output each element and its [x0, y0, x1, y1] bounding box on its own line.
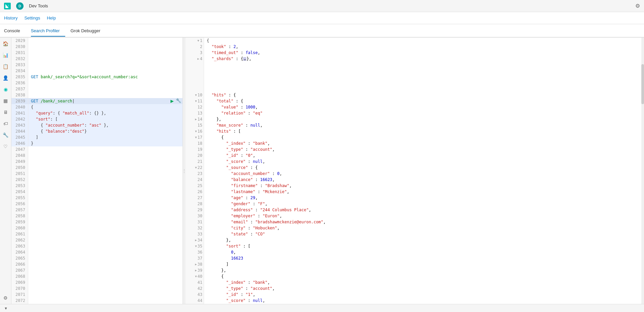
code-line-2033: [28, 62, 183, 68]
result-line-10: "hits" : {: [204, 92, 641, 98]
sidebar-icon-chart[interactable]: 📊: [2, 52, 9, 58]
code-line-2067: [28, 267, 183, 273]
code-line-2057: [28, 207, 183, 213]
bottom-bar: ▼: [0, 304, 644, 312]
code-line-2066: [28, 261, 183, 267]
result-line-6: [204, 68, 641, 74]
results-line-numbers: ▼1 2 3 ▶4 ▼10 ▼11 12 13 ▶14 15 ▼16 ▼17 1…: [186, 38, 204, 304]
result-line-43: "_id" : "1",: [204, 292, 641, 298]
top-bar-settings[interactable]: ⚙: [635, 3, 640, 9]
code-line-2045: ]: [28, 134, 183, 140]
sidebar-icon-tag[interactable]: 🏷: [2, 120, 9, 127]
result-line-36: 0,: [204, 249, 641, 255]
result-line-8: [204, 80, 641, 86]
results-panel: ▼1 2 3 ▶4 ▼10 ▼11 12 13 ▶14 15 ▼16 ▼17 1…: [186, 38, 644, 304]
result-line-18: "_index" : "bank",: [204, 140, 641, 146]
wrench-button[interactable]: 🔧: [176, 98, 181, 104]
content-area: 2029 2030 2031 2032 2033 2034 2035 2036 …: [11, 38, 644, 304]
code-line-2073: [28, 304, 183, 304]
result-line-39: },: [204, 267, 641, 273]
user-avatar: D: [16, 2, 24, 10]
tab-grok-debugger[interactable]: Grok Debugger: [71, 26, 106, 37]
result-line-4: "_shards" : {…},: [204, 56, 641, 62]
result-line-44: "_score" : null,: [204, 298, 641, 304]
tab-search-profiler[interactable]: Search Profiler: [31, 26, 65, 37]
nav-tabs: History Settings Help: [0, 12, 644, 24]
code-line-2050: [28, 165, 183, 171]
code-line-2072: [28, 298, 183, 304]
code-line-2055: [28, 195, 183, 201]
sidebar-icon-gear[interactable]: ⚙: [2, 295, 9, 301]
code-line-2035: GET bank/_search?q=*&sort=account_number…: [28, 74, 183, 80]
result-line-27: "age" : 29,: [204, 195, 641, 201]
code-line-2068: [28, 273, 183, 279]
code-line-2048: [28, 152, 183, 159]
main-area: 🏠 📊 📋 👤 ◉ ▦ 🖥 🏷 🔧 ♡ ⚙ 2029 2030 2031 203…: [0, 38, 644, 304]
run-button[interactable]: ▶: [170, 98, 174, 104]
code-line-2047: [28, 146, 183, 152]
result-line-30: "employer" : "Euron",: [204, 213, 641, 219]
result-line-3: "timed_out" : false,: [204, 50, 641, 56]
sidebar-icon-user[interactable]: 👤: [2, 75, 9, 81]
code-line-2029: [28, 38, 183, 44]
result-line-12: "value" : 1000,: [204, 104, 641, 110]
code-line-2043: { "account_number": "asc" },: [28, 122, 183, 128]
code-line-2037: [28, 86, 183, 92]
code-line-2036: [28, 80, 183, 86]
sidebar-icon-heart[interactable]: ♡: [2, 143, 9, 150]
code-line-2030: [28, 44, 183, 50]
result-line-35: "sort" : [: [204, 243, 641, 249]
nav-tab-settings[interactable]: Settings: [24, 15, 40, 20]
result-line-22: "_source" : {: [204, 165, 641, 171]
code-line-2065: [28, 255, 183, 261]
code-line-2059: [28, 219, 183, 225]
result-line-26: "lastname" : "Mckenzie",: [204, 189, 641, 195]
code-line-2069: [28, 279, 183, 285]
sidebar: 🏠 📊 📋 👤 ◉ ▦ 🖥 🏷 🔧 ♡ ⚙: [0, 38, 11, 304]
editor-code[interactable]: GET bank/_search?q=*&sort=account_number…: [28, 38, 183, 304]
panel-divider[interactable]: [183, 38, 186, 304]
code-line-2060: [28, 225, 183, 231]
sidebar-icon-monitor[interactable]: 🖥: [2, 109, 9, 116]
code-line-2049: [28, 159, 183, 165]
sidebar-icon-home[interactable]: 🏠: [2, 40, 9, 47]
nav-tab-help[interactable]: Help: [47, 15, 56, 20]
code-line-2032: [28, 56, 183, 62]
result-line-11: "total" : {: [204, 98, 641, 104]
code-line-2062: [28, 237, 183, 243]
code-line-2054: [28, 189, 183, 195]
results-scrollbar[interactable]: [641, 38, 644, 304]
app-title: Dev Tools: [29, 3, 48, 8]
code-line-2063: [28, 243, 183, 249]
result-line-15: "max_score" : null,: [204, 122, 641, 128]
result-line-17: {: [204, 134, 641, 140]
result-line-32: "city" : "Hobucken",: [204, 225, 641, 231]
code-line-2044: { "balance":"desc"}: [28, 128, 183, 134]
nav-tab-history[interactable]: History: [4, 15, 17, 20]
code-line-2039[interactable]: GET /bank/_search| ▶ 🔧: [28, 98, 183, 104]
result-line-37: 16623: [204, 255, 641, 261]
result-line-21: "_score" : null,: [204, 159, 641, 165]
result-line-13: "relation" : "eq": [204, 110, 641, 116]
code-line-2053: [28, 183, 183, 189]
result-line-40: {: [204, 273, 641, 279]
result-line-2: "took" : 2,: [204, 44, 641, 50]
code-line-2056: [28, 201, 183, 207]
sidebar-icon-graph[interactable]: ◉: [2, 86, 9, 93]
tab-console[interactable]: Console: [4, 26, 26, 37]
sidebar-icon-box[interactable]: ▦: [2, 97, 9, 104]
code-line-2041: "query": { "match_all": {} },: [28, 110, 183, 116]
result-line-25: "firstname" : "Bradshaw",: [204, 183, 641, 189]
sidebar-icon-list[interactable]: 📋: [2, 63, 9, 70]
code-line-2031: [28, 50, 183, 56]
bottom-status: ▼: [4, 306, 8, 310]
code-line-2038: [28, 92, 183, 98]
result-line-1: {: [204, 38, 641, 44]
results-code: { "took" : 2, "timed_out" : false, "_sha…: [204, 38, 641, 304]
result-line-33: "state" : "CO": [204, 231, 641, 237]
code-line-2042: "sort": [: [28, 116, 183, 122]
code-line-2061: [28, 231, 183, 237]
result-line-34: },: [204, 237, 641, 243]
code-line-2058: [28, 213, 183, 219]
sidebar-icon-tool[interactable]: 🔧: [2, 132, 9, 138]
